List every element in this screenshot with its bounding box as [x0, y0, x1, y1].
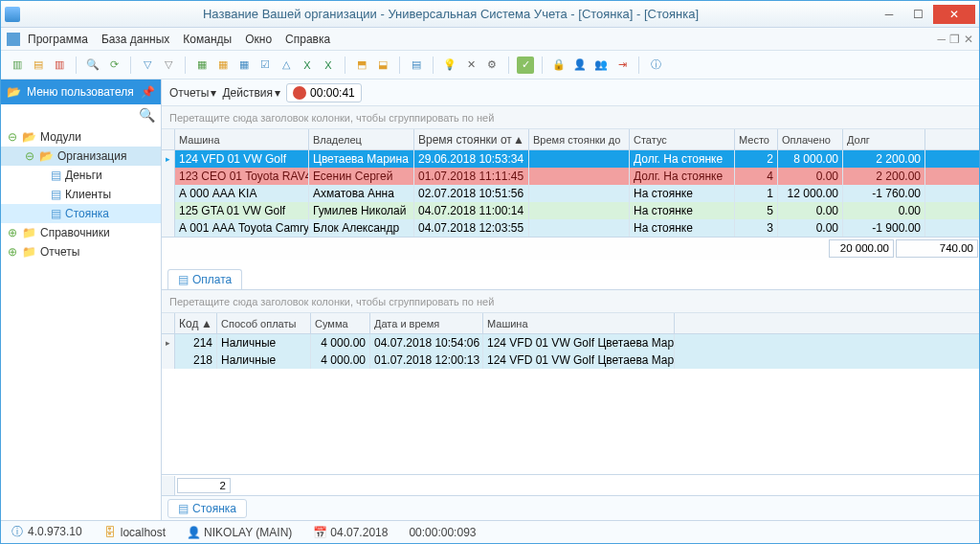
- table-row[interactable]: 123 CEO 01 Toyota RAV4Есенин Сергей01.07…: [162, 168, 979, 185]
- tree-organization-label: Организация: [57, 149, 126, 163]
- dcol-datetime[interactable]: Дата и время: [370, 313, 483, 333]
- col-car[interactable]: Машина: [175, 129, 309, 149]
- detail-summary: 2: [162, 474, 979, 495]
- reports-dropdown[interactable]: Отчеты ▾: [169, 86, 216, 100]
- close-button[interactable]: ✕: [933, 5, 975, 24]
- col-to[interactable]: Время стоянки до: [529, 129, 630, 149]
- detail-count: 2: [177, 478, 231, 493]
- tree-clients[interactable]: ▤Клиенты: [1, 185, 161, 204]
- col-owner[interactable]: Владелец: [309, 129, 414, 149]
- mdi-minimize-icon[interactable]: ─: [937, 33, 946, 46]
- bottom-tabs: ▤Стоянка: [162, 495, 979, 520]
- detail-group-hint[interactable]: Перетащите сюда заголовок колонки, чтобы…: [162, 290, 979, 313]
- group-hint[interactable]: Перетащите сюда заголовок колонки, чтобы…: [162, 106, 979, 129]
- tree-directories[interactable]: ⊕📁Справочники: [1, 223, 161, 242]
- tree-parking-label: Стоянка: [65, 207, 109, 220]
- db-icon: 🗄: [103, 526, 117, 539]
- status-date: 📅04.07.2018: [313, 526, 388, 539]
- tb-lightbulb-icon[interactable]: 💡: [441, 57, 458, 74]
- menu-help[interactable]: Справка: [285, 33, 330, 46]
- pin-icon[interactable]: 📌: [141, 85, 155, 99]
- tb-user-icon[interactable]: 👤: [571, 57, 589, 74]
- mdi-restore-icon[interactable]: ❐: [949, 33, 960, 46]
- chevron-down-icon: ▾: [275, 86, 280, 100]
- col-status[interactable]: Статус: [630, 129, 735, 149]
- tb-users-icon[interactable]: 👥: [592, 57, 610, 74]
- tb-info-icon[interactable]: ⓘ: [647, 57, 664, 74]
- detail-grid: Код ▲ Способ оплаты Сумма Дата и время М…: [162, 313, 979, 369]
- sort-asc-icon: ▲: [513, 133, 524, 147]
- tb-lock-icon[interactable]: 🔒: [550, 57, 568, 74]
- col-debt[interactable]: Долг: [843, 129, 925, 149]
- table-row[interactable]: А 000 ААА KIAАхматова Анна02.07.2018 10:…: [162, 185, 979, 202]
- app-icon: [5, 7, 20, 22]
- detail-header: Код ▲ Способ оплаты Сумма Дата и время М…: [162, 313, 979, 334]
- doc-icon: ▤: [178, 273, 189, 286]
- tb-excel2-icon[interactable]: X: [320, 57, 337, 74]
- tb-delete-icon[interactable]: ▥: [51, 57, 68, 74]
- sidebar-title: Меню пользователя: [27, 85, 134, 99]
- tb-edit-icon[interactable]: ▤: [30, 57, 47, 74]
- col-paid[interactable]: Оплачено: [778, 129, 843, 149]
- dcol-sum[interactable]: Сумма: [311, 313, 370, 333]
- tab-payment[interactable]: ▤Оплата: [167, 269, 242, 289]
- tb-gear-icon[interactable]: ⚙: [483, 57, 501, 74]
- tb-excel-icon[interactable]: X: [299, 57, 316, 74]
- tb-filter-clear-icon[interactable]: ▽: [160, 57, 177, 74]
- sidebar-header: 📂 Меню пользователя 📌: [1, 79, 161, 104]
- minimize-button[interactable]: ─: [876, 5, 902, 24]
- row-header-col: [162, 313, 175, 333]
- tree-parking[interactable]: ▤Стоянка: [1, 204, 161, 223]
- menu-window[interactable]: Окно: [245, 33, 272, 46]
- table-row[interactable]: ▸124 VFD 01 VW GolfЦветаева Марина29.06.…: [162, 150, 979, 168]
- table-row[interactable]: А 001 ААА Toyota CamryБлок Александр04.0…: [162, 219, 979, 237]
- content: Отчеты ▾ Действия ▾ 00:00:41 Перетащите …: [162, 79, 979, 520]
- timer-widget[interactable]: 00:00:41: [286, 83, 362, 102]
- detail-tabs: ▤Оплата: [162, 265, 979, 290]
- tb-search-icon[interactable]: 🔍: [84, 57, 101, 74]
- status-time: 00:00:00:093: [409, 526, 476, 539]
- tb-grid1-icon[interactable]: ▦: [193, 57, 211, 74]
- bottom-tab-parking[interactable]: ▤Стоянка: [167, 499, 247, 518]
- tb-exit-icon[interactable]: ⇥: [613, 57, 631, 74]
- tb-check-icon[interactable]: ☑: [256, 57, 274, 74]
- menu-icon: [7, 33, 20, 46]
- dcol-car[interactable]: Машина: [483, 313, 675, 333]
- table-row[interactable]: ▸214Наличные4 000.0004.07.2018 10:54:061…: [162, 334, 979, 351]
- tb-new-icon[interactable]: ▥: [9, 57, 26, 74]
- tree-reports[interactable]: ⊕📁Отчеты: [1, 242, 161, 261]
- col-from[interactable]: Время стоянки от ▲: [414, 129, 529, 149]
- chevron-down-icon: ▾: [211, 86, 216, 100]
- dcol-method[interactable]: Способ оплаты: [217, 313, 311, 333]
- tree-money[interactable]: ▤Деньги: [1, 166, 161, 185]
- table-row[interactable]: 125 GTA 01 VW GolfГумилев Николай04.07.2…: [162, 202, 979, 219]
- tb-stack-icon[interactable]: ▤: [408, 57, 425, 74]
- tb-filter-icon[interactable]: ▽: [139, 57, 156, 74]
- tb-refresh-icon[interactable]: ⟳: [105, 57, 122, 74]
- tb-import-icon[interactable]: ⬒: [353, 57, 370, 74]
- tb-export-icon[interactable]: ⬓: [374, 57, 391, 74]
- menu-program[interactable]: Программа: [28, 33, 88, 46]
- status-bar: ⓘ4.0.973.10 🗄localhost 👤NIKOLAY (MAIN) 📅…: [1, 520, 979, 543]
- tb-grid3-icon[interactable]: ▦: [235, 57, 253, 74]
- menu-database[interactable]: База данных: [101, 33, 169, 46]
- tb-up-icon[interactable]: △: [278, 57, 295, 74]
- tree-directories-label: Справочники: [40, 226, 110, 239]
- actions-dropdown[interactable]: Действия ▾: [222, 86, 280, 100]
- search-icon[interactable]: 🔍: [139, 107, 155, 123]
- dcol-code[interactable]: Код ▲: [175, 313, 217, 333]
- status-version: ⓘ4.0.973.10: [11, 525, 82, 539]
- tb-grid2-icon[interactable]: ▦: [214, 57, 232, 74]
- tb-ok-icon[interactable]: ✓: [517, 57, 534, 74]
- tree-clients-label: Клиенты: [65, 188, 111, 201]
- calendar-icon: 📅: [313, 526, 326, 539]
- tree-organization[interactable]: ⊖📂Организация: [1, 147, 161, 166]
- mdi-close-icon[interactable]: ✕: [964, 33, 973, 46]
- maximize-button[interactable]: ☐: [904, 5, 931, 24]
- table-row[interactable]: 218Наличные4 000.0001.07.2018 12:00:1312…: [162, 351, 979, 369]
- menu-commands[interactable]: Команды: [183, 33, 232, 46]
- col-place[interactable]: Место: [735, 129, 778, 149]
- tb-tools-icon[interactable]: ✕: [462, 57, 479, 74]
- row-header-col: [162, 129, 175, 149]
- tree-modules[interactable]: ⊖📂Модули: [1, 127, 161, 147]
